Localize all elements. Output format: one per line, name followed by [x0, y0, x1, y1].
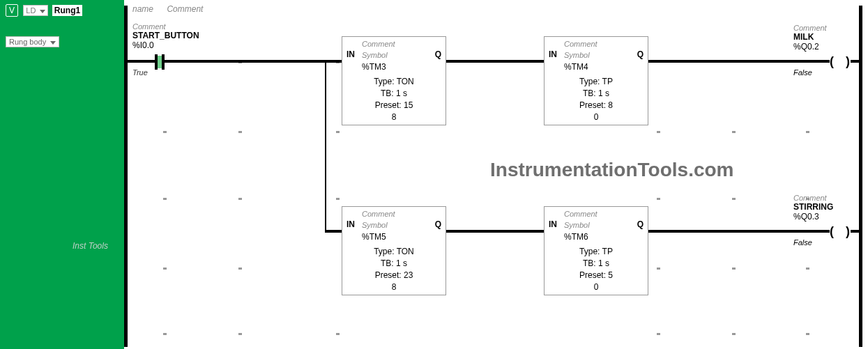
- block-preset: Preset: 5: [545, 270, 648, 281]
- wire: [325, 60, 342, 63]
- watermark-text: InstrumentationTools.com: [490, 159, 734, 181]
- grid-dot: [238, 333, 242, 335]
- block-symbol: %TM5: [362, 232, 386, 242]
- no-contact-start-button[interactable]: [145, 54, 173, 70]
- block-tb: TB: 1 s: [545, 88, 648, 100]
- block-symbol-label: Symbol: [564, 221, 590, 229]
- sidebar: V LD Rung1 Rung body Inst Tools: [0, 0, 124, 349]
- wire: [173, 60, 326, 63]
- output-stirring-labels: Comment STIRRING %Q0.3: [793, 194, 833, 222]
- grid-dot: [238, 131, 242, 133]
- block-type: Type: TON: [342, 76, 446, 88]
- block-in-port: IN: [549, 219, 557, 229]
- block-tb: TB: 1 s: [342, 258, 446, 270]
- block-comment-label: Comment: [564, 40, 597, 48]
- grid-dot: [238, 198, 242, 200]
- wire: [851, 60, 862, 63]
- coil-address: %Q0.3: [793, 212, 833, 222]
- grid-dot: [163, 198, 167, 200]
- grid-dot: [163, 131, 167, 133]
- block-params: Type: TP TB: 1 s Preset: 8 0: [545, 76, 648, 123]
- wire: [325, 230, 342, 233]
- grid-dot: [163, 267, 167, 270]
- block-params: Type: TON TB: 1 s Preset: 23 8: [342, 246, 446, 293]
- contact-symbol: START_BUTTON: [132, 31, 199, 40]
- rung-view-value: Rung body: [9, 38, 46, 46]
- block-comment-label: Comment: [362, 40, 395, 48]
- wire: [851, 230, 862, 233]
- timer-block-tm4[interactable]: Comment Symbol %TM4 IN Q Type: TP TB: 1 …: [544, 36, 648, 125]
- chevron-down-icon: [40, 10, 45, 13]
- coil-symbol: MILK: [793, 32, 827, 42]
- block-value: 8: [342, 111, 446, 123]
- timer-block-tm3[interactable]: Comment Symbol %TM3 IN Q Type: TON TB: 1…: [342, 36, 446, 125]
- start-contact-labels: Comment START_BUTTON %I0.0: [132, 22, 199, 50]
- coil-state: False: [793, 68, 812, 77]
- block-q-port: Q: [435, 219, 441, 229]
- block-symbol-label: Symbol: [362, 51, 388, 59]
- rung-header-labels: name Comment: [132, 4, 214, 14]
- ladder-editor[interactable]: name Comment Comment START_BUTTON %I0.0 …: [124, 0, 868, 349]
- grid-dot: [657, 131, 660, 133]
- right-power-rail: [859, 6, 862, 347]
- block-q-port: Q: [637, 49, 644, 59]
- contact-comment-label: Comment: [132, 22, 199, 31]
- block-params: Type: TON TB: 1 s Preset: 15 8: [342, 76, 446, 123]
- inst-tools-watermark: Inst Tools: [73, 241, 108, 251]
- block-value: 0: [545, 281, 648, 293]
- output-milk-labels: Comment MILK %Q0.2: [793, 24, 827, 52]
- grid-dot: [336, 198, 340, 200]
- timer-block-tm5[interactable]: Comment Symbol %TM5 IN Q Type: TON TB: 1…: [342, 206, 446, 295]
- coil-comment-label: Comment: [793, 194, 833, 202]
- block-tb: TB: 1 s: [545, 258, 648, 270]
- rung-view-dropdown[interactable]: Rung body: [6, 36, 59, 47]
- timer-block-tm6[interactable]: Comment Symbol %TM6 IN Q Type: TP TB: 1 …: [544, 206, 648, 295]
- block-preset: Preset: 8: [545, 100, 648, 111]
- block-comment-label: Comment: [564, 210, 597, 218]
- contact-address: %I0.0: [132, 40, 199, 50]
- wire: [128, 60, 145, 63]
- coil-state: False: [793, 238, 812, 247]
- language-dropdown[interactable]: LD: [23, 5, 48, 16]
- left-power-rail: [124, 6, 128, 347]
- block-q-port: Q: [637, 219, 644, 229]
- wire: [648, 60, 830, 63]
- wire: [648, 230, 830, 233]
- block-type: Type: TON: [342, 246, 446, 258]
- grid-dot: [806, 131, 809, 133]
- block-preset: Preset: 23: [342, 270, 446, 281]
- grid-dot: [238, 267, 242, 270]
- grid-dot: [657, 267, 660, 270]
- grid-dot: [163, 333, 167, 335]
- block-in-port: IN: [347, 49, 355, 59]
- grid-dot: [732, 333, 736, 335]
- block-symbol: %TM3: [362, 62, 386, 72]
- block-symbol: %TM6: [564, 232, 588, 242]
- block-symbol: %TM4: [564, 62, 588, 72]
- block-symbol-label: Symbol: [564, 51, 590, 59]
- block-comment-label: Comment: [362, 210, 395, 218]
- grid-dot: [806, 267, 809, 270]
- language-dropdown-value: LD: [26, 6, 36, 15]
- wire: [446, 230, 544, 233]
- grid-dot: [657, 333, 660, 335]
- header-comment-label: Comment: [167, 4, 203, 14]
- validate-icon[interactable]: V: [6, 4, 18, 17]
- chevron-down-icon: [50, 41, 56, 45]
- block-type: Type: TP: [545, 246, 648, 258]
- block-type: Type: TP: [545, 76, 648, 88]
- wire: [325, 60, 326, 231]
- grid-dot: [732, 131, 736, 133]
- grid-dot: [336, 131, 340, 133]
- coil-symbol: STIRRING: [793, 202, 833, 212]
- block-in-port: IN: [347, 219, 355, 229]
- block-in-port: IN: [549, 49, 557, 59]
- wire: [446, 60, 544, 63]
- rung-name[interactable]: Rung1: [52, 5, 82, 16]
- header-name-label: name: [132, 4, 153, 14]
- block-tb: TB: 1 s: [342, 88, 446, 100]
- coil-address: %Q0.2: [793, 42, 827, 52]
- grid-dot: [806, 333, 809, 335]
- grid-dot: [657, 198, 660, 200]
- coil-comment-label: Comment: [793, 24, 827, 32]
